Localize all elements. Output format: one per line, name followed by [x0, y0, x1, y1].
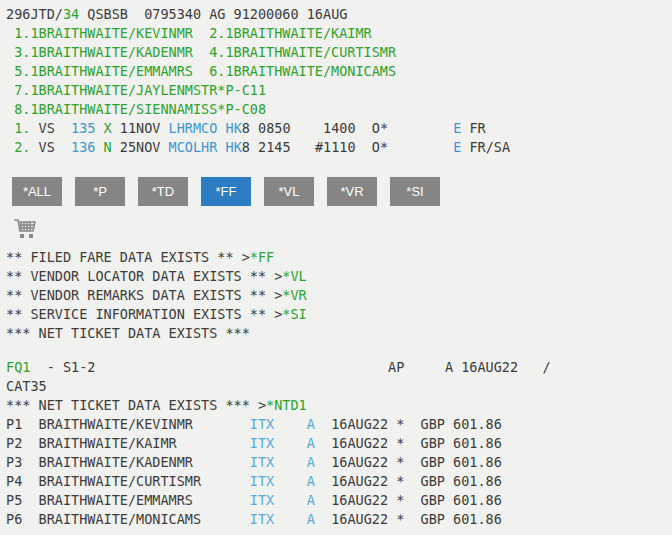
terminal-text: 8.1BRAITHWAITE/SIENNAMISS*P-C08	[6, 101, 266, 117]
terminal-text: P6 BRAITHWAITE/MONICAMS	[6, 511, 250, 527]
net-ticket-passenger-row: P3 BRAITHWAITE/KADENMR ITX A 16AUG22 * G…	[6, 453, 666, 472]
net-ticket-passenger-row: P5 BRAITHWAITE/EMMAMRS ITX A 16AUG22 * G…	[6, 491, 666, 510]
terminal-text: ITX	[250, 435, 274, 451]
si-command-link[interactable]: *SI	[282, 306, 306, 322]
terminal-text: VS	[30, 139, 71, 155]
terminal-text: MCOLHR	[169, 139, 218, 155]
terminal-text: ITX	[250, 416, 274, 432]
terminal-text: N	[104, 139, 112, 155]
si-button[interactable]: *SI	[390, 177, 440, 206]
terminal-text	[95, 120, 103, 136]
net-ticket-passenger-row: P6 BRAITHWAITE/MONICAMS ITX A 16AUG22 * …	[6, 510, 666, 529]
vr-command-link[interactable]: *VR	[282, 287, 306, 303]
terminal-text	[274, 473, 307, 489]
terminal-text	[274, 511, 307, 527]
terminal-text: ** VENDOR LOCATOR DATA EXISTS ** >	[6, 268, 282, 284]
pnr-header-line: 296JTD/34 QSBSB 0795340 AG 91200060 16AU…	[6, 5, 666, 24]
terminal-text: 3.1BRAITHWAITE/KADENMR 4.1BRAITHWAITE/CU…	[6, 44, 396, 60]
terminal-text	[274, 416, 307, 432]
terminal-text: 8 0850 1400 O*	[242, 120, 453, 136]
net-ticket-passenger-row: P2 BRAITHWAITE/KAIMR ITX A 16AUG22 * GBP…	[6, 434, 666, 453]
terminal-text: 136	[71, 139, 95, 155]
terminal-text: FR/SA	[461, 139, 510, 155]
terminal-text: A	[307, 473, 315, 489]
status-line-service-info: ** SERVICE INFORMATION EXISTS ** >*SI	[6, 305, 666, 324]
terminal-text: ITX	[250, 511, 274, 527]
terminal-text: LHRMCO	[169, 120, 218, 136]
terminal-text: 135	[71, 120, 95, 136]
terminal-text: 16AUG22 * GBP 601.86	[315, 435, 502, 451]
status-line-vendor-locator: ** VENDOR LOCATOR DATA EXISTS ** >*VL	[6, 267, 666, 286]
shopping-cart-icon[interactable]	[12, 216, 38, 242]
terminal-text: 34	[63, 6, 79, 22]
terminal-text: X	[104, 120, 112, 136]
terminal-text: ** VENDOR REMARKS DATA EXISTS ** >	[6, 287, 282, 303]
td-button[interactable]: *TD	[138, 177, 188, 206]
terminal-text: 16AUG22 * GBP 601.86	[315, 492, 502, 508]
terminal-text: A	[307, 511, 315, 527]
terminal-text: QSBSB 0795340 AG 91200060 16AUG	[79, 6, 347, 22]
passenger-line: 8.1BRAITHWAITE/SIENNAMISS*P-C08	[6, 100, 666, 119]
terminal-text: *** NET TICKET DATA EXISTS *** >	[6, 397, 266, 413]
terminal-text: ITX	[250, 473, 274, 489]
all-button[interactable]: *ALL	[12, 177, 62, 206]
terminal-text: HK	[226, 120, 242, 136]
terminal-text: 16AUG22 * GBP 601.86	[315, 454, 502, 470]
terminal-text: HK	[226, 139, 242, 155]
terminal-text: A	[307, 435, 315, 451]
gds-terminal-screen: 296JTD/34 QSBSB 0795340 AG 91200060 16AU…	[0, 0, 672, 535]
net-ticket-data-line: *** NET TICKET DATA EXISTS *** >*NTD1	[6, 396, 666, 415]
terminal-text: P5 BRAITHWAITE/EMMAMRS	[6, 492, 250, 508]
pnr-display-block: 296JTD/34 QSBSB 0795340 AG 91200060 16AU…	[6, 5, 666, 157]
terminal-text: ** FILED FARE DATA EXISTS ** >	[6, 249, 250, 265]
fare-cat35-line: CAT35	[6, 377, 666, 396]
status-line-vendor-remarks: ** VENDOR REMARKS DATA EXISTS ** >*VR	[6, 286, 666, 305]
terminal-text: VS	[30, 120, 71, 136]
terminal-text: 1.1BRAITHWAITE/KEVINMR 2.1BRAITHWAITE/KA…	[6, 25, 372, 41]
terminal-text	[274, 492, 307, 508]
passenger-line: 5.1BRAITHWAITE/EMMAMRS 6.1BRAITHWAITE/MO…	[6, 62, 666, 81]
ff-command-link[interactable]: *FF	[250, 249, 274, 265]
terminal-text: 296JTD/	[6, 6, 63, 22]
terminal-text: 1.	[6, 120, 30, 136]
terminal-text: 16AUG22 * GBP 601.86	[315, 511, 502, 527]
terminal-text	[217, 120, 225, 136]
terminal-text: A	[307, 492, 315, 508]
terminal-text: ITX	[250, 492, 274, 508]
terminal-text: A	[307, 416, 315, 432]
net-ticket-passenger-row: P1 BRAITHWAITE/KEVINMR ITX A 16AUG22 * G…	[6, 415, 666, 434]
terminal-text: FQ1	[6, 359, 30, 375]
status-line-net-ticket: *** NET TICKET DATA EXISTS ***	[6, 324, 666, 343]
terminal-text: 7.1BRAITHWAITE/JAYLENMSTR*P-C11	[6, 82, 266, 98]
passenger-line: 7.1BRAITHWAITE/JAYLENMSTR*P-C11	[6, 81, 666, 100]
terminal-text: - S1-2 AP A 16AUG22 /	[30, 359, 550, 375]
terminal-text: 11NOV	[112, 120, 169, 136]
status-messages-block: ** FILED FARE DATA EXISTS ** >*FF** VEND…	[6, 248, 666, 343]
terminal-text: P1 BRAITHWAITE/KEVINMR	[6, 416, 250, 432]
passenger-line: 3.1BRAITHWAITE/KADENMR 4.1BRAITHWAITE/CU…	[6, 43, 666, 62]
flight-segment-line: 1. VS 135 X 11NOV LHRMCO HK8 0850 1400 O…	[6, 119, 666, 138]
vl-button[interactable]: *VL	[264, 177, 314, 206]
net-ticket-passenger-row: P4 BRAITHWAITE/CURTISMR ITX A 16AUG22 * …	[6, 472, 666, 491]
terminal-text: P2 BRAITHWAITE/KAIMR	[6, 435, 250, 451]
flight-segment-line: 2. VS 136 N 25NOV MCOLHR HK8 2145 #1110 …	[6, 138, 666, 157]
terminal-text: 25NOV	[112, 139, 169, 155]
terminal-text: *** NET TICKET DATA EXISTS ***	[6, 325, 250, 341]
ff-button[interactable]: *FF	[201, 177, 251, 206]
vl-command-link[interactable]: *VL	[282, 268, 306, 284]
terminal-text	[274, 454, 307, 470]
command-toolbar: *ALL *P *TD *FF *VL *VR *SI	[12, 177, 666, 206]
terminal-text: P4 BRAITHWAITE/CURTISMR	[6, 473, 250, 489]
terminal-text: 16AUG22 * GBP 601.86	[315, 473, 502, 489]
p-button[interactable]: *P	[75, 177, 125, 206]
passenger-line: 1.1BRAITHWAITE/KEVINMR 2.1BRAITHWAITE/KA…	[6, 24, 666, 43]
vr-button[interactable]: *VR	[327, 177, 377, 206]
terminal-text: 8 2145 #1110 O*	[242, 139, 453, 155]
terminal-text: 16AUG22 * GBP 601.86	[315, 416, 502, 432]
terminal-text: ** SERVICE INFORMATION EXISTS ** >	[6, 306, 282, 322]
terminal-text: ITX	[250, 454, 274, 470]
status-line-filed-fare: ** FILED FARE DATA EXISTS ** >*FF	[6, 248, 666, 267]
ntd1-command-link[interactable]: *NTD1	[266, 397, 307, 413]
terminal-text: CAT35	[6, 378, 47, 394]
terminal-text: 2.	[6, 139, 30, 155]
